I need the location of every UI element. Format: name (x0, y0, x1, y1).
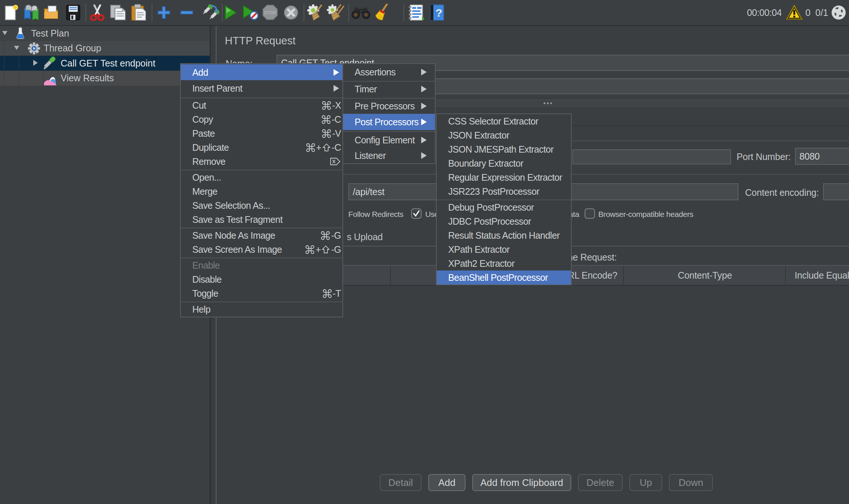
svg-text:?: ? (436, 7, 442, 19)
svg-text:STOP: STOP (264, 10, 276, 16)
